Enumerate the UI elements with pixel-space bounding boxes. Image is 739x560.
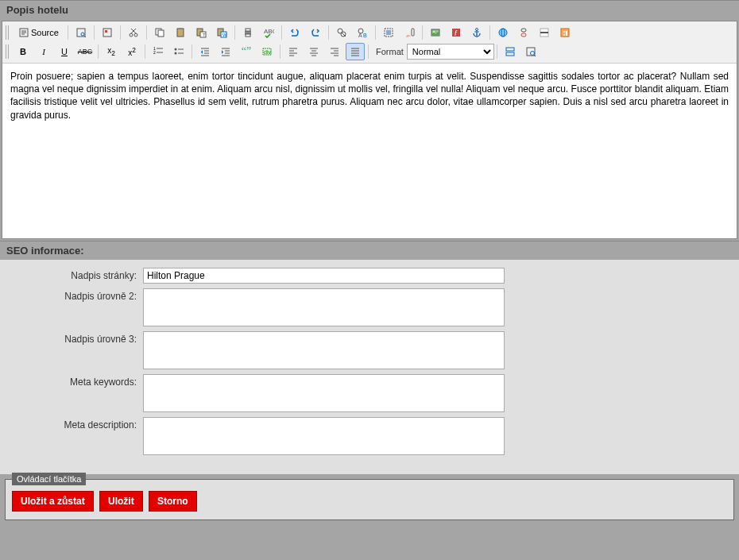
unlink-button[interactable]	[514, 24, 533, 41]
print-icon	[242, 27, 253, 38]
subscript-button[interactable]: x2	[102, 43, 121, 60]
toolbar-separator	[280, 44, 281, 59]
svg-rect-5	[105, 30, 107, 33]
svg-rect-47	[566, 31, 567, 36]
outdent-button[interactable]	[195, 43, 215, 60]
svg-point-53	[175, 52, 177, 55]
svg-text:T: T	[203, 33, 206, 37]
description-textarea[interactable]	[143, 417, 505, 455]
show-blocks-icon	[505, 46, 516, 57]
image-button[interactable]	[426, 24, 445, 41]
toolbar-separator	[94, 25, 95, 40]
indent-button[interactable]	[216, 43, 235, 60]
templates-button[interactable]	[98, 24, 117, 41]
align-right-button[interactable]	[325, 43, 344, 60]
paste-word-button[interactable]: W	[212, 24, 231, 41]
editor-content-area[interactable]: Proin posuere; sapien a tempus laoreet, …	[2, 64, 737, 238]
save-button[interactable]: Uložit	[99, 491, 143, 512]
div-button[interactable]: div	[257, 43, 277, 60]
flash-icon: f	[451, 27, 462, 38]
page-title-input[interactable]	[143, 268, 505, 284]
ul-icon	[173, 46, 184, 57]
undo-button[interactable]	[285, 24, 304, 41]
svg-point-85	[530, 52, 534, 56]
bold-button[interactable]: B	[14, 43, 33, 60]
svg-point-46	[563, 34, 565, 36]
anchor-icon	[471, 27, 482, 38]
redo-button[interactable]	[306, 24, 325, 41]
superscript-button[interactable]: x2	[122, 43, 141, 60]
svg-rect-9	[158, 30, 164, 37]
ol-icon: 12	[153, 46, 164, 57]
preview-button[interactable]	[72, 24, 91, 41]
align-center-button[interactable]	[304, 43, 323, 60]
cut-button[interactable]	[124, 24, 143, 41]
remove-format-button[interactable]	[400, 24, 419, 41]
svg-text:B: B	[363, 33, 367, 38]
toolbar-separator	[489, 25, 490, 40]
strike-icon: ABC	[78, 48, 93, 56]
svg-point-38	[499, 29, 507, 37]
source-button[interactable]: Source	[14, 24, 64, 41]
keywords-textarea[interactable]	[143, 374, 505, 412]
bullet-list-button[interactable]	[169, 43, 188, 60]
h2-textarea[interactable]	[143, 288, 505, 326]
svg-rect-82	[506, 48, 514, 51]
maximize-button[interactable]	[521, 43, 540, 60]
toolbar-separator	[497, 44, 497, 59]
flash-button[interactable]: f	[447, 24, 466, 41]
special-char-icon	[559, 27, 571, 38]
hr-button[interactable]	[535, 24, 554, 41]
svg-text:ABC: ABC	[264, 28, 274, 35]
svg-text:div: div	[264, 49, 271, 55]
subscript-icon: x2	[107, 46, 115, 57]
paste-text-button[interactable]: T	[192, 24, 211, 41]
toolbar-grip	[6, 44, 10, 59]
h3-textarea[interactable]	[143, 331, 505, 369]
find-button[interactable]	[332, 24, 351, 41]
anchor-button[interactable]	[467, 24, 486, 41]
numbered-list-button[interactable]: 12	[149, 43, 168, 60]
save-stay-button[interactable]: Uložit a zůstat	[12, 491, 94, 512]
replace-icon: AB	[357, 27, 368, 38]
paste-text-icon: T	[195, 27, 207, 38]
svg-rect-29	[386, 30, 391, 35]
replace-button[interactable]: AB	[353, 24, 372, 41]
redo-icon	[310, 27, 321, 38]
link-button[interactable]	[493, 24, 513, 41]
copy-button[interactable]	[150, 24, 169, 41]
italic-button[interactable]: I	[34, 43, 53, 60]
svg-point-32	[433, 31, 435, 33]
print-button[interactable]	[238, 24, 257, 41]
div-icon: div	[261, 46, 273, 57]
spellcheck-button[interactable]: ABC	[259, 24, 278, 41]
underline-icon: U	[61, 47, 68, 56]
source-label: Source	[31, 28, 59, 37]
toolbar-separator	[368, 44, 369, 59]
cancel-button[interactable]: Storno	[149, 491, 197, 512]
blockquote-button[interactable]: “”	[237, 43, 256, 60]
align-justify-button[interactable]	[346, 43, 365, 60]
toolbar-separator	[120, 25, 121, 40]
section-header-seo: SEO informace:	[0, 241, 739, 260]
paste-icon	[175, 27, 186, 38]
align-left-button[interactable]	[284, 43, 303, 60]
strike-button[interactable]: ABC	[75, 43, 95, 60]
svg-text:W: W	[222, 33, 227, 37]
maximize-icon	[525, 46, 536, 57]
h2-label: Nadpis úrovně 2:	[6, 288, 143, 302]
svg-line-86	[534, 55, 536, 56]
align-justify-icon	[350, 46, 361, 57]
format-select[interactable]: Normal	[407, 44, 494, 60]
source-icon	[19, 28, 29, 37]
outdent-icon	[199, 46, 211, 57]
select-all-button[interactable]	[379, 24, 398, 41]
special-char-button[interactable]	[555, 24, 575, 41]
paste-button[interactable]	[171, 24, 190, 41]
show-blocks-button[interactable]	[501, 43, 520, 60]
preview-icon	[75, 27, 87, 38]
svg-point-2	[81, 33, 84, 36]
underline-button[interactable]: U	[55, 43, 74, 60]
svg-rect-11	[179, 28, 182, 29]
toolbar-separator	[98, 44, 99, 59]
